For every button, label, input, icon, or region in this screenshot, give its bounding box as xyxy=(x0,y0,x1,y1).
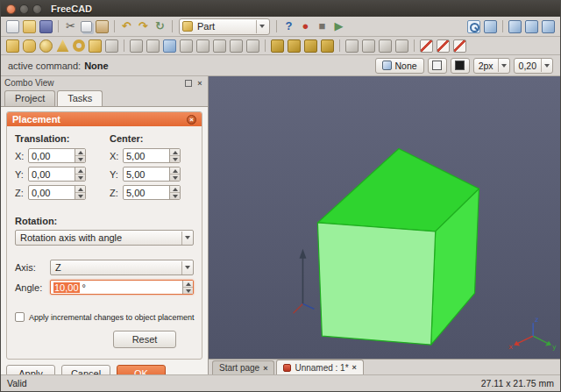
front-view-icon[interactable] xyxy=(508,20,522,33)
spin-arrows[interactable] xyxy=(169,167,180,181)
center-z-spinbox[interactable]: 5,00 xyxy=(123,185,181,200)
viewport-column: x y z Start page Unnamed : 1* xyxy=(209,76,560,374)
deviation-value: 0,20 xyxy=(515,61,541,71)
origin-axis-indicator xyxy=(294,249,315,314)
new-document-icon[interactable] xyxy=(6,20,19,33)
torus-icon[interactable] xyxy=(73,39,85,52)
mirror-icon[interactable] xyxy=(163,39,176,53)
tab-unnamed-document[interactable]: Unnamed : 1* xyxy=(276,360,363,374)
stop-macro-icon[interactable] xyxy=(315,19,330,33)
loft-icon[interactable] xyxy=(230,39,243,53)
offset-icon[interactable] xyxy=(379,39,392,53)
record-macro-icon[interactable] xyxy=(298,19,313,33)
boolean-icon[interactable] xyxy=(271,39,284,53)
shape-builder-icon[interactable] xyxy=(105,39,118,53)
execute-macro-icon[interactable] xyxy=(331,19,346,33)
spin-arrows[interactable] xyxy=(182,281,193,294)
x-label: X: xyxy=(15,151,28,161)
deviation-combo[interactable]: 0,20 xyxy=(514,58,553,74)
spin-arrows[interactable] xyxy=(169,149,180,162)
refresh-icon[interactable] xyxy=(153,19,167,33)
draw-style-button[interactable]: None xyxy=(375,58,424,74)
ruled-surface-icon[interactable] xyxy=(213,39,226,53)
sweep-icon[interactable] xyxy=(246,39,259,53)
angle-value-wrap[interactable]: 10,00 ° xyxy=(51,281,182,294)
window-minimize-button[interactable] xyxy=(19,4,29,14)
reset-button[interactable]: Reset xyxy=(113,331,176,348)
whats-this-icon[interactable] xyxy=(281,19,296,33)
spin-arrows[interactable] xyxy=(169,186,180,199)
spin-arrows[interactable] xyxy=(75,167,85,181)
cut-icon[interactable] xyxy=(63,19,78,33)
center-x-spinbox[interactable]: 5,00 xyxy=(123,148,181,163)
rotation-mode-select[interactable]: Rotation axis with angle xyxy=(15,230,194,246)
extrude-icon[interactable] xyxy=(130,39,143,53)
union-icon[interactable] xyxy=(304,39,317,53)
measure-angular-icon[interactable] xyxy=(437,39,450,53)
chamfer-icon[interactable] xyxy=(196,39,209,53)
angle-spinbox[interactable]: 10,00 ° xyxy=(50,280,194,295)
translation-x-value[interactable]: 0,00 xyxy=(29,149,75,162)
close-tab-icon[interactable] xyxy=(263,364,267,373)
cone-icon[interactable] xyxy=(56,39,69,53)
axonometric-view-icon[interactable] xyxy=(484,20,497,33)
intersection-icon[interactable] xyxy=(321,39,334,53)
tab-start-page[interactable]: Start page xyxy=(212,360,274,374)
open-document-icon[interactable] xyxy=(23,20,36,33)
fillet-icon[interactable] xyxy=(180,39,193,53)
revolve-icon[interactable] xyxy=(146,39,160,53)
redo-icon[interactable] xyxy=(136,19,151,33)
translation-x-spinbox[interactable]: 0,00 xyxy=(28,148,86,163)
incremental-checkbox[interactable] xyxy=(15,312,25,322)
right-view-icon[interactable] xyxy=(542,20,555,33)
axis-select[interactable]: Z xyxy=(50,260,194,275)
axis-cross-indicator: x y z xyxy=(508,316,557,351)
translation-y-value[interactable]: 0,00 xyxy=(29,167,75,181)
placement-header: Placement xyxy=(7,112,202,126)
cube-front-face[interactable] xyxy=(317,223,435,345)
measure-linear-icon[interactable] xyxy=(420,39,433,53)
workbench-selector[interactable]: Part xyxy=(179,18,270,35)
fit-all-icon[interactable] xyxy=(467,20,480,33)
translation-z-spinbox[interactable]: 0,00 xyxy=(28,185,86,200)
float-panel-icon[interactable] xyxy=(184,79,193,88)
close-task-icon[interactable] xyxy=(187,115,196,125)
save-icon[interactable] xyxy=(39,20,53,33)
angle-value[interactable]: 10,00 xyxy=(53,282,80,293)
chevron-down-icon xyxy=(256,20,267,33)
window-maximize-button[interactable] xyxy=(32,4,42,14)
cylinder-icon[interactable] xyxy=(23,39,36,53)
tab-project[interactable]: Project xyxy=(4,90,55,106)
close-panel-icon[interactable] xyxy=(195,79,204,88)
window-close-button[interactable] xyxy=(6,4,16,14)
translation-y-spinbox[interactable]: 0,00 xyxy=(28,167,86,182)
spin-arrows[interactable] xyxy=(75,186,85,199)
thickness-icon[interactable] xyxy=(395,39,408,53)
dimension-readout: 27.11 x 21.75 mm xyxy=(481,378,554,388)
cross-sections-icon[interactable] xyxy=(362,39,375,53)
copy-icon[interactable] xyxy=(81,21,92,32)
sphere-icon[interactable] xyxy=(39,39,53,53)
line-width-combo[interactable]: 2px xyxy=(473,58,510,74)
center-z-value[interactable]: 5,00 xyxy=(124,186,169,199)
line-color-swatch[interactable] xyxy=(451,58,470,74)
3d-viewport[interactable]: x y z xyxy=(209,76,560,359)
center-y-value[interactable]: 5,00 xyxy=(124,167,169,181)
center-y-spinbox[interactable]: 5,00 xyxy=(123,167,181,182)
clear-measurement-icon[interactable] xyxy=(453,39,466,53)
top-view-icon[interactable] xyxy=(525,20,538,33)
tab-tasks[interactable]: Tasks xyxy=(57,90,103,107)
paste-icon[interactable] xyxy=(96,20,109,33)
close-tab-icon[interactable] xyxy=(352,363,357,372)
section-icon[interactable] xyxy=(345,39,359,53)
create-primitives-icon[interactable] xyxy=(89,39,102,53)
undo-icon[interactable] xyxy=(119,19,134,33)
center-x-value[interactable]: 5,00 xyxy=(124,149,169,162)
face-color-chip xyxy=(432,61,442,70)
face-color-swatch[interactable] xyxy=(428,58,447,74)
y-label: Y: xyxy=(110,169,123,180)
translation-z-value[interactable]: 0,00 xyxy=(29,186,75,199)
cut-boolean-icon[interactable] xyxy=(288,39,301,53)
box-icon[interactable] xyxy=(6,39,19,53)
spin-arrows[interactable] xyxy=(75,149,85,162)
